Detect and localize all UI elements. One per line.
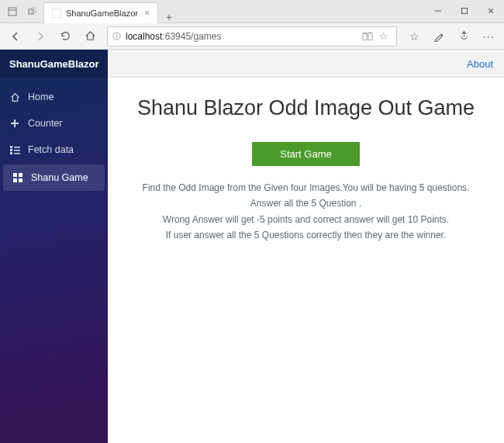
instructions: Find the Odd Image from the Given four I…	[122, 180, 490, 244]
sidebar-item-fetchdata[interactable]: Fetch data	[0, 137, 108, 163]
tab-strip: ShanuGameBlazor × +	[43, 0, 180, 23]
svg-rect-15	[14, 150, 20, 151]
svg-rect-13	[14, 147, 20, 148]
instruction-line: Answer all the 5 Question .	[122, 196, 490, 211]
tab-close-icon[interactable]: ×	[138, 8, 150, 19]
svg-rect-14	[10, 149, 12, 151]
sidebar-item-shanugame[interactable]: Shanu Game	[3, 164, 105, 191]
svg-rect-0	[9, 8, 16, 16]
brand-label: ShanuGameBlazor	[9, 58, 99, 70]
notes-icon[interactable]	[428, 26, 450, 47]
start-game-button[interactable]: Start Game	[252, 142, 359, 166]
address-bar[interactable]: localhost:63945/games ☆	[107, 26, 397, 47]
svg-rect-19	[19, 173, 22, 177]
browser-toolbar: localhost:63945/games ☆ ☆ ···	[0, 23, 504, 50]
home-icon	[9, 92, 20, 102]
main-content: Shanu Blazor Odd Image Out Game Start Ga…	[108, 78, 504, 443]
app-brand[interactable]: ShanuGameBlazor	[0, 50, 108, 78]
svg-rect-6	[462, 9, 468, 14]
instruction-line: Find the Odd Image from the Given four I…	[122, 180, 490, 196]
recent-icon[interactable]	[25, 5, 40, 18]
window-controls: ×	[425, 0, 504, 22]
app-root: ShanuGameBlazor Home Counter	[0, 50, 504, 443]
instruction-line: If user answer all the 5 Questions corre…	[122, 227, 490, 243]
svg-rect-20	[13, 178, 17, 182]
svg-point-9	[116, 33, 117, 34]
svg-rect-18	[13, 173, 17, 177]
window-maximize-button[interactable]	[451, 0, 478, 22]
sidebar-item-label: Counter	[28, 118, 62, 129]
page-title: Shanu Blazor Odd Image Out Game	[122, 96, 490, 120]
sidebar-item-label: Shanu Game	[31, 172, 88, 183]
svg-rect-4	[52, 9, 61, 18]
sidebar-item-home[interactable]: Home	[0, 84, 108, 110]
svg-rect-17	[14, 153, 20, 154]
app-body: ShanuGameBlazor Home Counter	[0, 50, 504, 443]
favorite-star-icon[interactable]: ☆	[376, 30, 392, 42]
svg-rect-12	[10, 146, 12, 148]
nav-back-button[interactable]	[5, 26, 26, 47]
sidebar-nav: Home Counter Fetch data	[0, 78, 108, 191]
site-info-icon[interactable]	[112, 32, 121, 40]
tab-title: ShanuGameBlazor	[66, 9, 138, 18]
window-close-button[interactable]: ×	[478, 0, 504, 22]
sidebar-item-counter[interactable]: Counter	[0, 110, 108, 137]
svg-rect-16	[10, 152, 12, 154]
more-icon[interactable]: ···	[478, 26, 499, 47]
titlebar-left	[0, 0, 40, 22]
nav-refresh-button[interactable]	[54, 26, 76, 47]
share-icon[interactable]	[453, 26, 475, 47]
app-topbar: About	[108, 50, 504, 78]
instruction-line: Wrong Answer will get -5 points and corr…	[122, 212, 490, 227]
favorites-icon[interactable]: ☆	[403, 26, 425, 47]
svg-rect-21	[19, 178, 22, 182]
tab-favicon	[52, 9, 61, 18]
nav-home-button[interactable]	[79, 26, 101, 47]
browser-titlebar: ShanuGameBlazor × + ×	[0, 0, 504, 23]
sidebar-toggle-icon[interactable]	[5, 5, 20, 18]
address-bar-url: localhost:63945/games	[126, 31, 359, 42]
window-minimize-button[interactable]	[425, 0, 451, 22]
sidebar-item-label: Fetch data	[28, 144, 74, 155]
about-link[interactable]: About	[467, 58, 493, 70]
list-icon	[9, 146, 20, 154]
sidebar-item-label: Home	[28, 92, 54, 102]
new-tab-button[interactable]: +	[158, 11, 180, 23]
plus-icon	[9, 119, 20, 128]
nav-forward-button[interactable]	[29, 26, 51, 47]
browser-tab-active[interactable]: ShanuGameBlazor ×	[43, 2, 158, 23]
reading-view-icon[interactable]	[359, 32, 376, 41]
sidebar: ShanuGameBlazor Home Counter	[0, 50, 108, 443]
grid-icon	[12, 173, 23, 183]
